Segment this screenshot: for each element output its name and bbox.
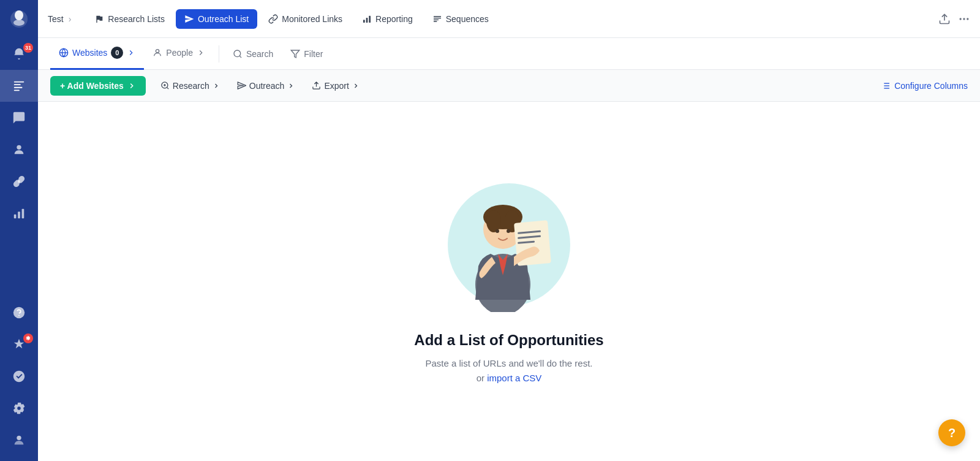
research-button[interactable]: Research [153, 77, 227, 95]
sidebar-item-pin[interactable]: ✱ [0, 329, 38, 360]
tab-search[interactable]: Search [224, 38, 282, 70]
add-websites-button[interactable]: + Add Websites [50, 76, 146, 96]
svg-point-17 [960, 18, 962, 20]
sidebar-item-notifications[interactable]: 31 [0, 38, 38, 70]
people-chevron-icon [197, 48, 205, 57]
svg-point-40 [507, 229, 510, 233]
topnav-nav: Research Lists Outreach List Monitored L… [86, 9, 938, 29]
svg-point-39 [496, 229, 499, 233]
sidebar-item-contacts[interactable] [0, 134, 38, 166]
svg-point-18 [963, 18, 965, 20]
tab-filter[interactable]: Filter [282, 38, 331, 70]
nav-monitored-links-label: Monitored Links [282, 14, 342, 24]
svg-rect-5 [14, 87, 23, 88]
sidebar-item-messages[interactable] [0, 102, 38, 134]
websites-chevron-icon [127, 48, 135, 57]
outreach-icon [237, 81, 246, 90]
svg-point-13 [17, 436, 21, 440]
tabbar: Websites 0 People Search Filter [38, 38, 980, 70]
sidebar-item-settings[interactable] [0, 392, 38, 424]
websites-badge: 0 [111, 47, 123, 59]
help-float-button[interactable]: ? [938, 419, 965, 446]
nav-reporting-label: Reporting [375, 14, 413, 24]
svg-point-2 [13, 20, 24, 26]
nav-research-lists[interactable]: Research Lists [86, 9, 173, 29]
actionbar: + Add Websites Research Outreach Export [38, 70, 980, 102]
import-csv-link[interactable]: import a CSV [487, 373, 541, 383]
breadcrumb-text: Test [48, 14, 64, 24]
empty-state-link-prefix: or [477, 373, 488, 383]
svg-point-23 [234, 50, 241, 57]
svg-rect-16 [369, 15, 371, 22]
sidebar-item-user[interactable] [0, 424, 38, 456]
action-items: Research Outreach Export [153, 77, 367, 95]
upload-button[interactable] [938, 13, 951, 25]
topnav: Test › Research Lists Outreach List Moni… [38, 0, 980, 38]
empty-state-description: Paste a list of URLs and we'll do the re… [426, 356, 593, 386]
nav-reporting[interactable]: Reporting [353, 9, 421, 29]
research-icon [160, 81, 170, 90]
sidebar-item-analytics[interactable] [0, 197, 38, 229]
svg-rect-9 [18, 211, 20, 218]
svg-rect-3 [14, 82, 24, 83]
svg-marker-25 [292, 50, 300, 58]
tab-people[interactable]: People [144, 38, 214, 70]
svg-rect-8 [14, 215, 17, 218]
empty-state-title: Add a List of Opportunities [414, 332, 603, 349]
breadcrumb-separator: › [69, 14, 72, 24]
export-button[interactable]: Export [304, 77, 366, 95]
empty-state: Add a List of Opportunities Paste a list… [38, 102, 980, 461]
nav-outreach-list[interactable]: Outreach List [176, 9, 257, 29]
research-chevron-icon [213, 82, 220, 90]
export-icon [312, 81, 321, 90]
add-websites-label: + Add Websites [60, 81, 124, 91]
svg-rect-4 [14, 84, 21, 85]
empty-state-desc-text: Paste a list of URLs and we'll do the re… [426, 358, 593, 368]
configure-columns-icon [881, 81, 891, 91]
sidebar-item-rocket[interactable] [0, 360, 38, 392]
svg-point-22 [156, 50, 159, 53]
breadcrumb[interactable]: Test › [48, 14, 74, 24]
svg-point-19 [967, 18, 968, 20]
configure-columns-button[interactable]: Configure Columns [881, 81, 968, 91]
notification-badge: 31 [23, 43, 33, 53]
topnav-right [938, 13, 970, 25]
more-options-button[interactable] [958, 13, 970, 25]
export-label: Export [324, 81, 349, 91]
configure-columns-label: Configure Columns [894, 81, 968, 91]
svg-rect-15 [366, 18, 368, 23]
svg-rect-10 [22, 209, 24, 219]
svg-rect-14 [363, 20, 365, 23]
outreach-label: Outreach [249, 81, 285, 91]
outreach-button[interactable]: Outreach [230, 77, 303, 95]
sidebar-item-campaigns[interactable] [0, 70, 38, 102]
sidebar-item-links[interactable] [0, 166, 38, 197]
sidebar-logo[interactable] [0, 0, 38, 38]
main-content: Test › Research Lists Outreach List Moni… [38, 0, 980, 461]
sidebar-item-help[interactable] [0, 297, 38, 329]
tab-people-label: People [166, 48, 193, 58]
tab-search-label: Search [246, 49, 273, 59]
svg-point-37 [486, 210, 501, 232]
svg-line-24 [239, 56, 241, 58]
sidebar: 31 ✱ [0, 0, 38, 461]
nav-research-lists-label: Research Lists [108, 14, 165, 24]
nav-sequences-label: Sequences [446, 14, 489, 24]
svg-point-7 [17, 145, 21, 150]
tab-divider [219, 45, 219, 63]
add-websites-chevron-icon [127, 82, 136, 90]
svg-rect-6 [14, 90, 20, 91]
tab-filter-label: Filter [304, 49, 323, 59]
outreach-chevron-icon [287, 82, 295, 90]
export-chevron-icon [352, 82, 360, 90]
empty-illustration [442, 177, 576, 312]
tab-websites[interactable]: Websites 0 [50, 38, 144, 70]
nav-outreach-list-label: Outreach List [198, 14, 249, 24]
research-label: Research [173, 81, 209, 91]
svg-point-1 [15, 10, 23, 20]
pin-badge: ✱ [23, 333, 33, 343]
svg-point-12 [18, 315, 20, 316]
tab-websites-label: Websites [72, 48, 107, 58]
nav-monitored-links[interactable]: Monitored Links [260, 9, 351, 29]
nav-sequences[interactable]: Sequences [424, 9, 497, 29]
